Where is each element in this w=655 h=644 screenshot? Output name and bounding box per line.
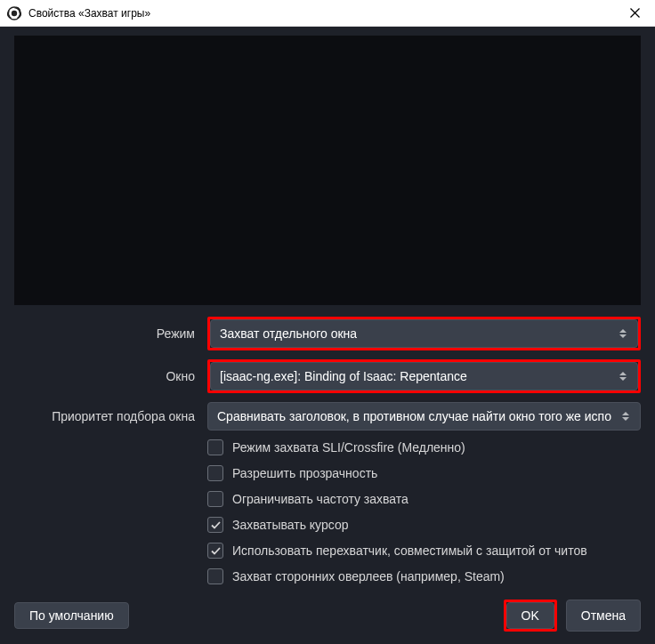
overlays-checkbox-row: Захват сторонних оверлеев (например, Ste… xyxy=(14,568,641,584)
cancel-button[interactable]: Отмена xyxy=(566,600,641,632)
limit-fps-checkbox[interactable] xyxy=(207,491,223,507)
spinner-icon xyxy=(619,367,632,385)
limit-fps-label: Ограничивать частоту захвата xyxy=(232,492,408,506)
priority-wrap: Сравнивать заголовок, в противном случае… xyxy=(207,402,641,431)
spinner-icon xyxy=(622,407,635,425)
transparency-checkbox[interactable] xyxy=(207,465,223,481)
defaults-button[interactable]: По умолчанию xyxy=(14,602,129,629)
close-button[interactable] xyxy=(621,0,648,27)
window-title: Свойства «Захват игры» xyxy=(28,7,621,20)
window-highlight: [isaac-ng.exe]: Binding of Isaac: Repent… xyxy=(207,359,641,393)
preview-area xyxy=(14,36,641,305)
transparency-checkbox-row: Разрешить прозрачность xyxy=(14,465,641,481)
svg-point-1 xyxy=(12,10,17,15)
priority-label: Приоритет подбора окна xyxy=(14,409,207,423)
overlays-checkbox[interactable] xyxy=(207,568,223,584)
obs-icon xyxy=(7,6,21,20)
form-area: Режим Захват отдельного окна Окно [isaac… xyxy=(14,317,641,594)
dialog-content: Режим Захват отдельного окна Окно [isaac… xyxy=(0,27,655,644)
sli-label: Режим захвата SLI/Crossfire (Медленно) xyxy=(232,440,465,455)
mode-row: Режим Захват отдельного окна xyxy=(14,317,641,350)
priority-select[interactable]: Сравнивать заголовок, в противном случае… xyxy=(207,402,641,431)
check-icon xyxy=(211,520,221,530)
window-row: Окно [isaac-ng.exe]: Binding of Isaac: R… xyxy=(14,359,641,393)
anticheat-checkbox-row: Использовать перехватчик, совместимый с … xyxy=(14,543,641,559)
transparency-label: Разрешить прозрачность xyxy=(232,466,377,480)
window-label: Окно xyxy=(14,369,207,383)
ok-button[interactable]: OK xyxy=(506,602,554,629)
mode-highlight: Захват отдельного окна xyxy=(207,317,641,350)
mode-label: Режим xyxy=(14,326,207,341)
cursor-checkbox[interactable] xyxy=(207,517,223,533)
button-row: По умолчанию OK Отмена xyxy=(14,594,641,632)
sli-checkbox-row: Режим захвата SLI/Crossfire (Медленно) xyxy=(14,439,641,455)
button-group-right: OK Отмена xyxy=(504,600,641,632)
overlays-label: Захват сторонних оверлеев (например, Ste… xyxy=(232,569,505,584)
limit-fps-checkbox-row: Ограничивать частоту захвата xyxy=(14,491,641,507)
sli-checkbox[interactable] xyxy=(207,439,223,455)
cursor-label: Захватывать курсор xyxy=(232,518,348,532)
anticheat-checkbox[interactable] xyxy=(207,543,223,559)
cursor-checkbox-row: Захватывать курсор xyxy=(14,517,641,533)
anticheat-label: Использовать перехватчик, совместимый с … xyxy=(232,543,587,558)
window-select[interactable]: [isaac-ng.exe]: Binding of Isaac: Repent… xyxy=(210,362,638,390)
priority-row: Приоритет подбора окна Сравнивать заголо… xyxy=(14,402,641,431)
titlebar: Свойства «Захват игры» xyxy=(0,0,655,27)
check-icon xyxy=(211,546,221,556)
ok-highlight: OK xyxy=(504,600,557,632)
mode-select[interactable]: Захват отдельного окна xyxy=(210,319,638,348)
spinner-icon xyxy=(619,325,632,342)
